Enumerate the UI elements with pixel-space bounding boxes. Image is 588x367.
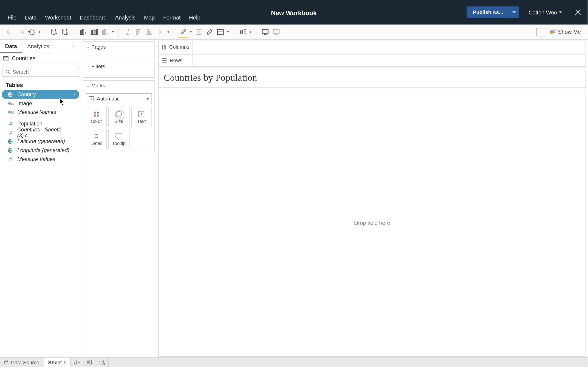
field-country[interactable]: Country▾: [2, 90, 79, 99]
new-dashboard-tab[interactable]: [84, 358, 96, 367]
user-menu[interactable]: Colten Woo: [528, 9, 562, 16]
rows-shelf[interactable]: Rows: [158, 54, 586, 67]
sort-desc-button[interactable]: [144, 26, 155, 37]
data-pane: Data Analytics ‹ Countries ▾ ▾ Tables: [0, 40, 81, 357]
pause-updates-button[interactable]: [60, 26, 71, 37]
svg-rect-13: [136, 31, 139, 32]
field-latitude-generated[interactable]: Latitude (generated): [2, 137, 79, 146]
svg-rect-19: [240, 30, 241, 34]
globe-icon: [8, 139, 14, 144]
cards-dropdown[interactable]: ▾: [248, 30, 252, 34]
revert-dropdown[interactable]: ▾: [37, 30, 41, 34]
menu-analysis[interactable]: Analysis: [111, 13, 140, 22]
svg-rect-15: [147, 29, 149, 30]
svg-rect-11: [104, 29, 106, 34]
tab-data[interactable]: Data: [0, 40, 22, 53]
format-button[interactable]: [204, 26, 215, 37]
svg-rect-2: [66, 32, 67, 34]
marks-card: ⌵Marks T Automatic ▾ Color: [83, 80, 155, 152]
field-measure-values[interactable]: #Measure Values: [2, 155, 79, 164]
clear-dropdown[interactable]: ▾: [111, 30, 115, 34]
search-input[interactable]: [2, 67, 79, 77]
sort-asc-button[interactable]: [133, 26, 144, 37]
tab-sheet1[interactable]: Sheet 1: [44, 358, 71, 367]
pages-shelf[interactable]: ⌵Pages: [83, 42, 155, 58]
fit-dropdown[interactable]: ▾: [226, 30, 230, 34]
marks-size-button[interactable]: Size: [108, 107, 129, 127]
svg-point-0: [52, 29, 56, 31]
datasource-row[interactable]: Countries: [0, 53, 81, 63]
abc-icon: Abc: [8, 110, 14, 114]
fit-button[interactable]: [215, 26, 226, 37]
svg-point-25: [6, 70, 9, 73]
search-icon: [6, 69, 10, 74]
menu-map[interactable]: Map: [140, 13, 159, 22]
field-label: Measure Names: [17, 109, 56, 115]
svg-rect-12: [136, 33, 138, 35]
svg-rect-24: [273, 29, 279, 33]
menu-data[interactable]: Data: [21, 13, 41, 22]
marks-color-button[interactable]: Color: [86, 107, 107, 127]
share-button[interactable]: [271, 26, 282, 37]
marks-type-dropdown[interactable]: T Automatic ▾: [86, 93, 152, 104]
menu-dashboard[interactable]: Dashboard: [75, 13, 111, 22]
publish-dropdown[interactable]: [509, 6, 519, 18]
color-icon: [94, 111, 99, 116]
text-icon: T: [138, 111, 145, 117]
svg-rect-8: [95, 30, 96, 34]
field-dropdown-icon[interactable]: ▾: [74, 92, 76, 96]
totals-dropdown[interactable]: ▾: [166, 30, 170, 34]
columns-shelf[interactable]: Columns: [158, 41, 586, 53]
collapse-pane-button[interactable]: ‹: [73, 44, 81, 49]
new-worksheet-tab[interactable]: [71, 358, 83, 367]
field-label: Population: [17, 121, 43, 127]
viz-canvas[interactable]: Drop field here: [158, 89, 586, 357]
svg-rect-9: [96, 29, 98, 34]
swap-button[interactable]: [122, 26, 133, 37]
marks-text-button[interactable]: T Text: [131, 107, 152, 127]
show-me-button[interactable]: Show Me: [550, 29, 581, 35]
clear-sheet-button[interactable]: [100, 26, 111, 37]
totals-button[interactable]: Σ: [155, 26, 166, 37]
new-sheet-button[interactable]: [78, 26, 89, 37]
marks-tooltip-button[interactable]: Tooltip: [108, 129, 129, 149]
close-button[interactable]: [572, 6, 584, 19]
filters-shelf[interactable]: ⌵Filters: [83, 61, 155, 78]
menu-worksheet[interactable]: Worksheet: [41, 13, 76, 22]
globe-icon: [8, 148, 14, 153]
drop-hint: Drop field here: [354, 219, 390, 226]
tab-analytics[interactable]: Analytics: [22, 40, 54, 53]
field-longitude-generated[interactable]: Longitude (generated): [2, 146, 79, 155]
data-guide-button[interactable]: [536, 26, 547, 37]
presentation-button[interactable]: [260, 26, 271, 37]
menu-help[interactable]: Help: [185, 13, 205, 22]
menu-file[interactable]: File: [3, 13, 21, 22]
field-countries-sheet1-3-c[interactable]: #Countries - Sheet1 (3).c...: [2, 128, 79, 137]
redo-button[interactable]: [15, 26, 26, 37]
tab-datasource[interactable]: Data Source: [0, 358, 44, 367]
undo-button[interactable]: [4, 26, 15, 37]
revert-button[interactable]: [26, 26, 37, 37]
cards-button[interactable]: [237, 26, 248, 37]
field-measure-names[interactable]: AbcMeasure Names: [2, 108, 79, 117]
marks-detail-button[interactable]: ⊟ Detail: [86, 129, 107, 149]
svg-rect-17: [147, 33, 151, 35]
automatic-icon: T: [89, 96, 94, 101]
menu-format[interactable]: Format: [159, 13, 185, 22]
svg-rect-21: [244, 29, 246, 31]
highlight-button[interactable]: [178, 26, 189, 37]
tables-header: Tables: [0, 80, 81, 90]
svg-point-32: [5, 360, 8, 362]
field-label: Countries - Sheet1 (3).c...: [17, 127, 77, 139]
publish-button[interactable]: Publish As...: [467, 6, 510, 18]
field-image[interactable]: AbcImage: [2, 99, 79, 108]
viz-title[interactable]: Countries by Population: [158, 68, 586, 88]
labels-button[interactable]: T: [193, 26, 204, 37]
new-datasource-button[interactable]: [49, 26, 60, 37]
chevron-down-icon: ⌵: [87, 45, 89, 49]
new-story-tab[interactable]: [96, 358, 109, 367]
hash-icon: #: [8, 121, 14, 127]
highlight-dropdown[interactable]: ▾: [189, 30, 193, 34]
svg-rect-35: [87, 360, 89, 361]
duplicate-sheet-button[interactable]: [89, 26, 100, 37]
